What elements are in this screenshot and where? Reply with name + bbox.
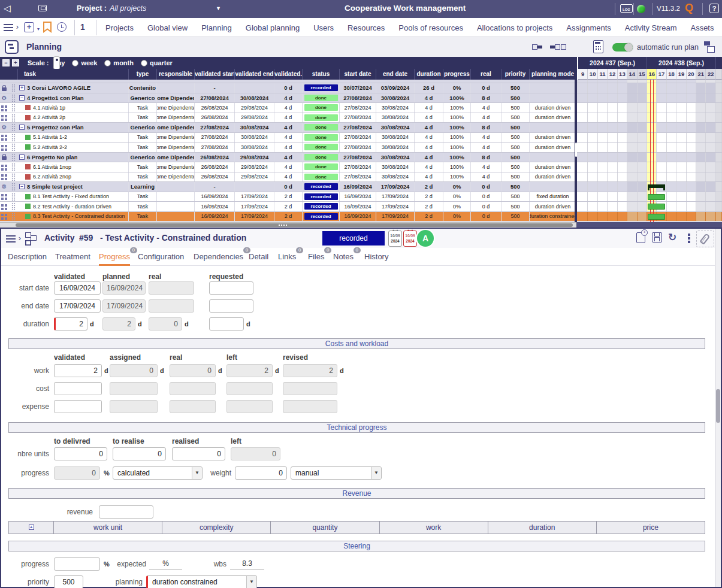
column-header-real[interactable]: real bbox=[471, 69, 502, 80]
gantt-task-bar[interactable] bbox=[648, 194, 665, 200]
drag-handle-icon[interactable] bbox=[11, 123, 16, 131]
add-work-unit-button[interactable]: + bbox=[29, 525, 34, 530]
menu-item-assets[interactable]: Assets bbox=[690, 23, 714, 32]
weight-field[interactable]: 0 bbox=[235, 466, 287, 480]
collapse-icon[interactable]: − bbox=[19, 184, 25, 189]
menu-item-allocations-to-projects[interactable]: Allocations to projects bbox=[477, 23, 552, 32]
column-header-start-date[interactable]: start date bbox=[340, 69, 376, 80]
tab-links[interactable]: Links0 bbox=[278, 248, 296, 266]
drag-handle-icon[interactable] bbox=[11, 84, 16, 92]
log-icon[interactable]: LOG bbox=[620, 4, 633, 13]
task-name-cell[interactable]: 4.2 Attività 2p bbox=[18, 113, 129, 123]
menu-item-resources[interactable]: Resources bbox=[348, 23, 385, 32]
task-name-cell[interactable]: −8 Simple test project bbox=[18, 182, 129, 192]
table-row[interactable]: 5.2 Attività 2-2TaskNome Dipendente127/0… bbox=[0, 143, 722, 153]
menu-item-users[interactable]: Users bbox=[313, 23, 334, 32]
menu-item-planning[interactable]: Planning bbox=[201, 23, 232, 32]
table-vertical-scrollbar[interactable] bbox=[575, 143, 577, 157]
task-name-cell[interactable]: 8.1 Test Activity - Fixed duration bbox=[18, 192, 129, 202]
tab-description[interactable]: Description bbox=[8, 248, 47, 266]
revenue-field[interactable] bbox=[99, 505, 153, 519]
gantt-summary-bar[interactable] bbox=[648, 184, 665, 188]
automatic-run-plan-toggle[interactable] bbox=[612, 43, 633, 51]
scale-option-week[interactable]: week bbox=[72, 59, 97, 66]
menu-item-assignments[interactable]: Assignments bbox=[566, 23, 611, 32]
start-date-validated-field[interactable]: 16/09/2024 bbox=[54, 281, 101, 295]
column-header-priority[interactable]: priority bbox=[502, 69, 530, 80]
nbre-units-realised-field[interactable]: 0 bbox=[172, 447, 225, 460]
table-row[interactable]: 4.2 Attività 2pTaskNome Dipendente126/08… bbox=[0, 113, 722, 123]
column-header-validated-start[interactable]: validated start bbox=[195, 69, 235, 80]
drag-handle-icon[interactable] bbox=[11, 134, 16, 141]
drag-handle-icon[interactable] bbox=[11, 193, 16, 201]
zoom-in-button[interactable]: + bbox=[12, 59, 19, 66]
column-header-validated---[interactable]: validated... bbox=[274, 69, 303, 80]
menu-item-activity-stream[interactable]: Activity Stream bbox=[625, 23, 677, 32]
collapse-icon[interactable]: − bbox=[19, 154, 25, 160]
zoom-out-button[interactable]: − bbox=[2, 59, 10, 66]
radio-day[interactable] bbox=[53, 56, 60, 69]
back-icon[interactable]: ◁ bbox=[4, 3, 11, 14]
drag-handle-icon[interactable] bbox=[11, 163, 16, 171]
history-clock-icon[interactable] bbox=[57, 22, 67, 32]
tab-files[interactable]: Files0 bbox=[308, 248, 324, 266]
table-row[interactable]: ⚙−8 Simple test projectLearning-0 drecor… bbox=[0, 182, 722, 192]
column-header-duration[interactable]: duration bbox=[415, 69, 443, 80]
planning-mode-select[interactable]: duration constrained▼ bbox=[146, 575, 257, 588]
task-name-cell[interactable]: −5 Progetto2 con Plan bbox=[18, 123, 129, 132]
bookmark-icon[interactable] bbox=[43, 22, 52, 33]
work-validated-field[interactable]: 2 bbox=[54, 364, 102, 377]
table-row[interactable]: 4.1 Attività 1pTaskNome Dipendente126/08… bbox=[0, 103, 722, 113]
table-row[interactable]: +3 Corsi LAVORO AGILEContenito-0 drecord… bbox=[0, 83, 722, 93]
task-name-cell[interactable]: 5.1 Attività 1-2 bbox=[18, 133, 129, 143]
end-date-validated-field[interactable]: 17/09/2024 bbox=[54, 299, 101, 313]
task-name-cell[interactable]: +3 Corsi LAVORO AGILE bbox=[18, 83, 129, 93]
priority-field[interactable]: 500 bbox=[54, 575, 83, 588]
tab-configuration[interactable]: Configuration bbox=[138, 248, 184, 266]
work-unit-add-cell[interactable]: + bbox=[9, 522, 54, 534]
column-header-status[interactable]: status bbox=[303, 69, 340, 80]
column-header-task[interactable]: task bbox=[18, 69, 129, 80]
table-row[interactable]: 8.3 Test Activity - Constrained duration… bbox=[0, 212, 722, 222]
hamburger-menu-icon[interactable] bbox=[4, 24, 13, 31]
drag-handle-icon[interactable] bbox=[11, 202, 16, 210]
attachment-button[interactable] bbox=[696, 231, 714, 247]
radio-quarter[interactable] bbox=[141, 60, 147, 66]
window-icon[interactable] bbox=[38, 5, 47, 11]
task-name-cell[interactable]: 6.1 Attività 1nop bbox=[18, 162, 129, 172]
detail-menu-icon[interactable] bbox=[6, 235, 16, 243]
column-header-validated-end[interactable]: validated end bbox=[235, 69, 274, 80]
start-date-calendar-icon[interactable]: 16/092024 bbox=[388, 231, 402, 247]
table-row[interactable]: 5.1 Attività 1-2TaskNome Dipendente127/0… bbox=[0, 133, 722, 143]
table-row[interactable]: 8.2 Test Activity - duration DrivenTask1… bbox=[0, 202, 722, 212]
menu-item-pools-of-resources[interactable]: Pools of resources bbox=[398, 23, 463, 32]
radio-week[interactable] bbox=[72, 60, 78, 66]
task-name-cell[interactable]: 5.2 Attività 2-2 bbox=[18, 143, 129, 152]
task-name-cell[interactable]: −4 Progetto1 con Plan bbox=[18, 93, 129, 103]
nbre-units-to-delivred-field[interactable]: 0 bbox=[54, 447, 107, 460]
collapse-icon[interactable]: − bbox=[19, 125, 25, 130]
table-row[interactable]: 8.1 Test Activity - Fixed durationTask16… bbox=[0, 192, 722, 202]
menu-item-global-planning[interactable]: Global planning bbox=[246, 23, 300, 32]
drag-handle-icon[interactable] bbox=[11, 213, 16, 220]
steering-progress-field[interactable] bbox=[54, 557, 100, 571]
drag-handle-icon[interactable] bbox=[11, 153, 16, 161]
pane-divider[interactable] bbox=[575, 57, 577, 222]
drag-handle-icon[interactable] bbox=[11, 143, 16, 151]
nbre-units-to-realise-field[interactable]: 0 bbox=[113, 447, 166, 460]
task-name-cell[interactable]: 8.2 Test Activity - duration Driven bbox=[18, 202, 129, 211]
end-date-calendar-icon[interactable]: 16/092024 bbox=[403, 231, 417, 247]
scale-option-month[interactable]: month bbox=[104, 59, 134, 66]
tab-dependencies[interactable]: Dependencies0 bbox=[194, 248, 243, 266]
tab-treatment[interactable]: Treatment bbox=[55, 248, 90, 266]
column-header-end-date[interactable]: end date bbox=[376, 69, 415, 80]
tab-progress[interactable]: Progress0 bbox=[99, 248, 130, 266]
project-selector-value[interactable]: All projects bbox=[110, 4, 146, 13]
collapse-icon[interactable]: − bbox=[19, 95, 25, 101]
scale-option-quarter[interactable]: quarter bbox=[141, 59, 173, 66]
column-header-planning-mode[interactable]: planning mode bbox=[530, 69, 576, 80]
run-plan-calculator-icon[interactable] bbox=[593, 40, 603, 53]
duration-requested-field[interactable] bbox=[209, 317, 244, 331]
tab-notes[interactable]: Notes0 bbox=[333, 248, 354, 266]
cost-validated-field[interactable] bbox=[54, 382, 102, 395]
